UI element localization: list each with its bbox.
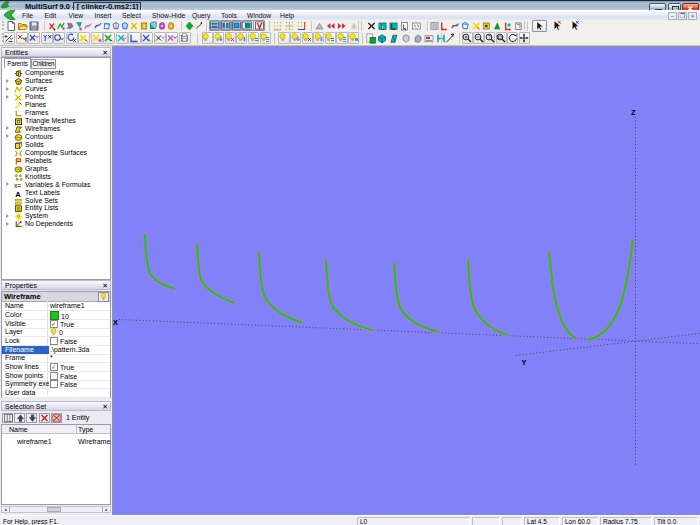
- svg-text:x=: x=: [14, 181, 22, 188]
- svg-text:X: X: [113, 318, 118, 327]
- svg-text:Z: Z: [631, 108, 636, 117]
- svg-text:?: ?: [488, 34, 491, 40]
- svg-text:Y: Y: [522, 358, 527, 367]
